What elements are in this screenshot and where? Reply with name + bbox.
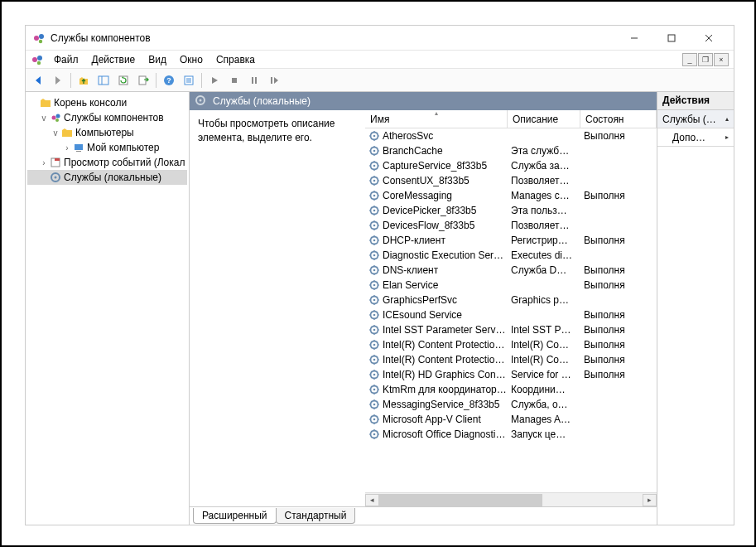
pause-button[interactable] [245, 71, 263, 90]
menu-window[interactable]: Окно [173, 52, 209, 67]
service-name: DHCP-клиент [383, 235, 445, 246]
restart-button[interactable] [265, 71, 283, 90]
properties-button[interactable] [180, 71, 198, 90]
expand-icon[interactable]: › [62, 143, 72, 152]
forward-button[interactable] [49, 71, 67, 90]
menu-action[interactable]: Действие [85, 52, 142, 67]
action-services[interactable]: Службы (… ▴ [657, 110, 734, 128]
center-header: Службы (локальные) [190, 92, 657, 110]
event-viewer-icon [49, 156, 62, 169]
tree-component-services[interactable]: v Службы компонентов [27, 110, 187, 125]
gear-icon [368, 279, 380, 291]
service-row[interactable]: Intel SST Parameter ServiceIntel SST P…В… [365, 322, 657, 337]
service-name: DevicesFlow_8f33b5 [383, 220, 474, 231]
service-name: ConsentUX_8f33b5 [383, 175, 469, 186]
service-row[interactable]: DHCP-клиентРегистрир…Выполня [365, 233, 657, 248]
scroll-thumb[interactable] [379, 494, 542, 506]
svg-rect-29 [62, 130, 72, 137]
tree-pane[interactable]: Корень консоли v Службы компонентов v Ко… [26, 92, 190, 525]
service-row[interactable]: KtmRm для координатора …Координи… [365, 382, 657, 397]
svg-point-37 [200, 99, 202, 102]
horizontal-scrollbar[interactable]: ◂ ▸ [365, 492, 657, 506]
service-row[interactable]: DNS-клиентСлужба D…Выполня [365, 263, 657, 278]
scroll-left-button[interactable]: ◂ [365, 494, 379, 506]
scroll-track[interactable] [379, 494, 643, 506]
service-name: GraphicsPerfSvc [383, 294, 457, 306]
maximize-button[interactable] [652, 26, 690, 51]
tree-my-computer[interactable]: › Мой компьютер [27, 140, 187, 155]
tree-computers[interactable]: v Компьютеры [27, 125, 187, 140]
service-row[interactable]: AtherosSvcВыполня [365, 128, 657, 143]
service-row[interactable]: Intel(R) Content Protection …Intel(R) Co… [365, 352, 657, 367]
svg-point-63 [373, 314, 376, 317]
mdi-close[interactable]: × [714, 53, 729, 66]
service-row[interactable]: ConsentUX_8f33b5Позволяет… [365, 173, 657, 188]
scroll-right-button[interactable]: ▸ [643, 494, 657, 506]
service-row[interactable]: BranchCacheЭта служб… [365, 143, 657, 158]
menu-file[interactable]: Файл [47, 52, 85, 67]
service-name: MessagingService_8f33b5 [383, 399, 499, 410]
mdi-minimize[interactable]: _ [682, 53, 697, 66]
service-name: Intel(R) Content Protection … [383, 339, 508, 351]
service-name: Elan Service [383, 279, 438, 291]
service-row[interactable]: Microsoft App-V ClientManages A… [365, 412, 657, 427]
gear-icon [368, 205, 380, 216]
service-desc: Служба, о… [508, 399, 580, 410]
actions-pane: Действия Службы (… ▴ Допо… ▸ [657, 92, 734, 525]
column-status[interactable]: Состоян [580, 110, 657, 128]
window-title: Службы компонентов [51, 32, 615, 44]
mdi-restore[interactable]: ❐ [698, 53, 713, 66]
menu-view[interactable]: Вид [142, 52, 173, 67]
service-row[interactable]: GraphicsPerfSvcGraphics p… [365, 293, 657, 307]
close-button[interactable] [690, 26, 727, 51]
column-name[interactable]: ▴ Имя [365, 110, 508, 128]
back-button[interactable] [29, 71, 47, 90]
service-name: Intel(R) Content Protection … [383, 354, 508, 365]
service-status: Выполня [580, 190, 657, 201]
service-name: DevicePicker_8f33b5 [383, 205, 476, 216]
collapse-icon[interactable]: v [51, 128, 60, 138]
service-row[interactable]: DevicesFlow_8f33b5Позволяет… [365, 218, 657, 233]
expand-icon[interactable]: › [39, 158, 49, 167]
tab-extended[interactable]: Расширенный [193, 508, 277, 524]
service-desc: Graphics p… [508, 294, 580, 306]
service-row[interactable]: CoreMessagingManages c…Выполня [365, 188, 657, 203]
svg-point-69 [373, 359, 376, 361]
tab-standard[interactable]: Стандартный [276, 508, 356, 524]
service-row[interactable]: CaptureService_8f33b5Служба за… [365, 158, 657, 173]
menu-help[interactable]: Справка [209, 52, 262, 67]
svg-rect-11 [99, 76, 108, 85]
list-body[interactable]: AtherosSvcВыполняBranchCacheЭта служб…Ca… [365, 128, 657, 492]
action-more[interactable]: Допо… ▸ [657, 128, 734, 147]
center-title: Службы (локальные) [213, 95, 311, 107]
service-row[interactable]: MessagingService_8f33b5Служба, о… [365, 397, 657, 412]
tree-services-local[interactable]: Службы (локальные) [27, 170, 187, 185]
service-row[interactable]: Elan ServiceВыполня [365, 278, 657, 293]
service-row[interactable]: Microsoft Office Diagnostic…Запуск це… [365, 427, 657, 442]
minimize-button[interactable] [615, 26, 652, 51]
tree-root[interactable]: Корень консоли [27, 95, 187, 110]
service-row[interactable]: Intel(R) Content Protection …Intel(R) Co… [365, 337, 657, 352]
gear-icon [368, 130, 380, 142]
svg-point-79 [373, 433, 376, 436]
up-folder-button[interactable] [75, 71, 93, 90]
center-body: Чтобы просмотреть описание элемента, выд… [190, 110, 657, 506]
play-button[interactable] [205, 71, 224, 90]
service-row[interactable]: ICEsound ServiceВыполня [365, 307, 657, 322]
service-row[interactable]: DevicePicker_8f33b5Эта польз… [365, 203, 657, 218]
tree-event-viewer[interactable]: › Просмотр событий (Локал [27, 155, 187, 170]
service-desc: Служба D… [508, 264, 580, 276]
column-description[interactable]: Описание [508, 110, 580, 128]
export-button[interactable] [134, 71, 152, 90]
svg-point-57 [373, 269, 376, 272]
svg-point-73 [373, 389, 376, 391]
collapse-icon[interactable]: v [39, 114, 49, 123]
service-desc: Service for … [508, 369, 580, 380]
help-button[interactable]: ? [160, 71, 178, 90]
show-tree-button[interactable] [94, 71, 113, 90]
svg-rect-22 [252, 77, 253, 84]
stop-button[interactable] [225, 71, 243, 90]
service-row[interactable]: Intel(R) HD Graphics Contro…Service for … [365, 367, 657, 382]
service-row[interactable]: Diagnostic Execution ServiceExecutes di… [365, 248, 657, 263]
refresh-button[interactable] [114, 71, 132, 90]
